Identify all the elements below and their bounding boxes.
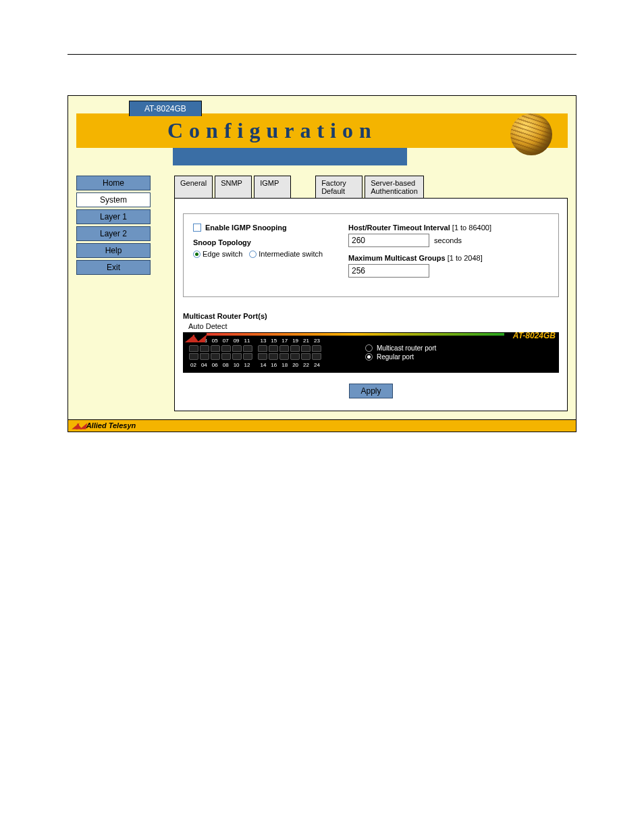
tab-snmp[interactable]: SNMP [215,176,252,199]
port-model-label: AT-8024GB [513,331,556,340]
sidebar-item-help[interactable]: Help [76,243,151,258]
port-stripe [207,333,504,336]
port-21[interactable] [301,345,311,352]
sidebar-item-system[interactable]: System [76,192,151,207]
igmp-panel: Enable IGMP Snooping Snoop Topology Edge… [174,198,568,411]
port-16[interactable] [269,353,278,360]
port-09[interactable] [232,345,242,352]
app-window: AT-8024GB Configuration Home System Laye… [68,95,576,432]
checkbox-icon [193,224,201,232]
title-banner: Configuration [76,113,568,148]
port-panel: ◢◣◢ AT-8024GB 010305070911 131517192123 [183,332,559,373]
radio-intermediate-switch[interactable] [249,251,257,258]
timeout-range: [1 to 86400] [452,224,491,232]
radio-multicast-port[interactable] [365,344,373,352]
header-separator [68,54,576,55]
radio-regular-port[interactable] [365,353,373,361]
tab-igmp[interactable]: IGMP [254,176,291,199]
footer-logo: ◢◣◢ Allied Telesyn [72,421,136,430]
port-24[interactable] [312,353,321,360]
footer-bar: ◢◣◢ Allied Telesyn [68,419,576,432]
port-19[interactable] [290,345,300,352]
port-05[interactable] [211,345,220,352]
port-logo-icon: ◢◣◢ [186,332,204,343]
legend-regular-label: Regular port [377,353,414,361]
sidebar-item-home[interactable]: Home [76,176,151,190]
port-07[interactable] [221,345,231,352]
port-13[interactable] [258,345,267,352]
auto-detect-checkbox[interactable]: Auto Detect [185,322,559,330]
timeout-label: Host/Router Timeout Interval [348,224,450,232]
maxgroups-range: [1 to 2048] [448,254,483,262]
port-numbers-bottom: 020406081012 141618202224 [189,362,321,368]
sub-banner [173,148,407,165]
port-23[interactable] [312,345,321,352]
port-11[interactable] [243,345,252,352]
tab-row: General SNMP IGMP FactoryDefault Server-… [174,176,568,199]
sidebar-item-exit[interactable]: Exit [76,260,151,275]
sidebar: Home System Layer 1 Layer 2 Help Exit [76,176,151,411]
port-legend: Multicast router port Regular port [365,344,436,362]
globe-logo [510,113,552,155]
snoop-topology-heading: Snoop Topology [193,238,335,246]
timeout-input[interactable]: 260 [348,234,429,247]
timeout-unit: seconds [434,236,462,244]
port-01[interactable] [189,345,198,352]
enable-igmp-snooping-label: Enable IGMP Snooping [205,224,287,232]
sidebar-item-layer2[interactable]: Layer 2 [76,226,151,241]
port-15[interactable] [269,345,278,352]
radio-edge-label: Edge switch [203,250,242,258]
port-03[interactable] [200,345,209,352]
mrp-heading: Multicast Router Port(s) [183,312,559,320]
radio-edge-switch[interactable] [193,251,200,258]
port-18[interactable] [279,353,289,360]
port-numbers-top: 010305070911 131517192123 [189,338,321,344]
enable-igmp-snooping-checkbox[interactable]: Enable IGMP Snooping [193,224,335,232]
legend-multicast-label: Multicast router port [377,344,436,352]
radio-intermediate-label: Intermediate switch [259,250,323,258]
tab-factory-default[interactable]: FactoryDefault [315,176,363,199]
sidebar-item-layer1[interactable]: Layer 1 [76,209,151,224]
port-22[interactable] [301,353,311,360]
maxgroups-label: Maximum Multicast Groups [348,254,446,262]
device-name-bar: AT-8024GB [129,101,202,116]
port-14[interactable] [258,353,267,360]
tab-general[interactable]: General [174,176,213,199]
port-06[interactable] [211,353,220,360]
port-17[interactable] [279,345,289,352]
port-20[interactable] [290,353,300,360]
port-04[interactable] [200,353,209,360]
port-02[interactable] [189,353,198,360]
apply-button[interactable]: Apply [349,384,392,398]
port-12[interactable] [243,353,252,360]
auto-detect-label: Auto Detect [188,322,227,330]
port-10[interactable] [232,353,242,360]
tab-server-auth[interactable]: Server-basedAuthentication [365,176,424,199]
port-08[interactable] [221,353,231,360]
maxgroups-input[interactable]: 256 [348,264,429,278]
page-title: Configuration [76,118,568,143]
